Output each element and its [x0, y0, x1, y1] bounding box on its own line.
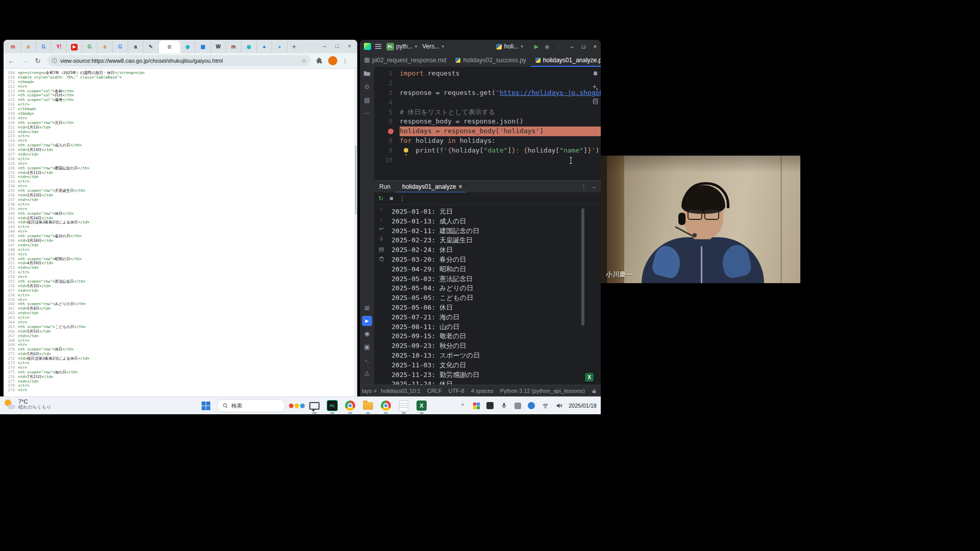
editor[interactable]: 1import requests23response = requests.ge… [374, 67, 601, 182]
python-packages-icon[interactable]: ▣ [360, 340, 374, 354]
project-selector[interactable]: PL pyth... ▾ [386, 43, 417, 51]
chrome-taskbar-icon-2[interactable] [379, 399, 393, 412]
tray-gray-app-icon[interactable] [513, 402, 522, 410]
notifications-bell-icon[interactable] [592, 70, 599, 77]
editor-tab[interactable]: holidays02_success.py [451, 53, 530, 67]
tab-mercari[interactable]: m [6, 41, 21, 53]
browser-scrollbar[interactable] [354, 69, 357, 396]
indent-style[interactable]: 4 spaces [471, 388, 494, 394]
vcs-widget[interactable]: Vers... ▾ [422, 43, 444, 50]
page-info-icon[interactable]: ⓘ [52, 57, 57, 65]
notepad-taskbar-icon[interactable] [397, 399, 410, 412]
more-tools-icon[interactable]: ⋯ [360, 107, 374, 120]
explorer-taskbar-icon[interactable] [361, 399, 375, 412]
run-button[interactable]: ▶ [534, 43, 538, 50]
tab-google-3[interactable]: G [113, 41, 128, 53]
display-app-icon[interactable] [308, 399, 321, 412]
line-number[interactable]: 2 [374, 79, 400, 88]
chrome-taskbar-icon[interactable] [344, 399, 357, 412]
excel-overlay-icon[interactable]: X [585, 373, 594, 382]
tab-yahoo-japan[interactable]: Y! [52, 41, 67, 53]
tab-amazon-2[interactable]: a [97, 41, 113, 53]
clock-date[interactable]: 2025/01/18 [569, 397, 597, 414]
stop-button[interactable]: ■ [389, 195, 393, 202]
file-encoding[interactable]: UTF-8 [448, 388, 464, 394]
line-number[interactable]: 5 [374, 108, 400, 117]
line-number[interactable]: 4 [374, 98, 400, 108]
tab-video-app[interactable]: ▶ [67, 41, 82, 53]
breadcrumb[interactable]: lays > holidays01_analyze.py [362, 388, 409, 394]
tab-editor[interactable]: ✎ [143, 41, 159, 53]
line-number[interactable]: 3 [374, 88, 400, 98]
browser-close-button[interactable]: × [348, 43, 351, 49]
inspection-ok-icon[interactable]: ✓ [582, 44, 587, 51]
excel-taskbar-icon[interactable]: X [415, 399, 428, 412]
more-actions-icon[interactable]: ⋮ [556, 43, 561, 50]
tab-compass-2[interactable]: ◉ [241, 41, 257, 53]
tab-blue-app-2[interactable]: ● [272, 41, 287, 53]
project-tool-icon[interactable] [360, 67, 374, 80]
new-tab-button[interactable]: + [288, 41, 300, 52]
tray-blue-app-icon[interactable] [527, 402, 536, 410]
breakpoint-dot[interactable] [388, 129, 394, 134]
volume-icon[interactable] [555, 402, 564, 410]
back-button[interactable]: ← [6, 57, 17, 65]
tab-google-2[interactable]: G [82, 41, 97, 53]
network-icon[interactable] [541, 402, 550, 410]
tab-m-dark[interactable]: m [226, 41, 241, 53]
caret-position[interactable]: 10:1 [409, 388, 420, 394]
tab-amazon-3[interactable]: a [128, 41, 143, 53]
debug-tool-icon[interactable]: ◉ [360, 327, 374, 340]
lock-icon[interactable] [592, 388, 597, 394]
run-process-tab[interactable]: holidays01_analyze × [396, 181, 466, 193]
rerun-button[interactable]: ↻ [378, 195, 383, 202]
ai-assistant-icon[interactable] [592, 84, 599, 91]
tray-colorful-app-icon[interactable] [472, 402, 481, 410]
breakpoint-gutter[interactable] [374, 127, 400, 136]
start-button[interactable] [199, 399, 212, 412]
line-number[interactable]: 6 [374, 117, 400, 127]
run-more-icon[interactable]: ⋮ [399, 195, 405, 202]
browser-menu-icon[interactable]: ⋮ [341, 57, 349, 65]
tab-grid-app[interactable]: ▦ [195, 41, 211, 53]
run-panel-hide-icon[interactable]: – [593, 184, 596, 190]
tab-google[interactable]: G [36, 41, 52, 53]
forward-button[interactable]: → [19, 57, 30, 65]
structure-tool-icon[interactable]: ▤ [360, 93, 374, 107]
browser-minimize-button[interactable]: – [323, 43, 326, 49]
tab-blue-app[interactable]: ● [257, 41, 272, 53]
browser-maximize-button[interactable]: □ [335, 43, 339, 49]
services-tool-icon[interactable]: ⊞ [360, 302, 374, 315]
profile-avatar[interactable] [328, 56, 337, 65]
pycharm-minimize-button[interactable]: – [571, 43, 574, 49]
run-panel-options-icon[interactable]: ⋮ [581, 184, 586, 190]
problems-tool-icon[interactable]: ⚠ [360, 367, 374, 380]
tab-wikipedia[interactable]: W [211, 41, 226, 53]
line-number[interactable]: 10 [374, 156, 400, 165]
view-source-content[interactable]: 209<p><strong>○令和7年（2025年）の国民の祝日・休日</str… [4, 69, 354, 396]
main-menu-icon[interactable] [375, 44, 381, 49]
line-separator[interactable]: CRLF [427, 388, 442, 394]
taskbar-search[interactable]: 検索 [217, 399, 285, 412]
bookmark-star-icon[interactable]: ☆ [301, 57, 307, 64]
tab-amazon[interactable]: a [21, 41, 36, 53]
editor-tab[interactable]: pi02_request_response.md [360, 53, 451, 67]
tab-compass[interactable]: ◉ [180, 41, 195, 53]
line-number[interactable]: 1 [374, 69, 400, 79]
run-tool-window-icon[interactable]: ▶ [362, 316, 372, 326]
line-number[interactable]: 9 [374, 146, 400, 156]
pycharm-close-button[interactable]: × [594, 43, 597, 49]
editor-tab[interactable]: holidays01_analyze.py× [531, 53, 601, 67]
weather-widget[interactable]: 7°C 晴れのちくもり [4, 398, 51, 410]
tab-view-source-active[interactable]: ≣ [159, 41, 180, 53]
console-scrollbar[interactable] [581, 208, 584, 371]
color-app-icon[interactable] [290, 399, 303, 412]
close-run-tab-icon[interactable]: × [458, 183, 462, 190]
microphone-icon[interactable] [500, 402, 508, 410]
python-console-icon[interactable]: >_ [360, 354, 374, 367]
reload-button[interactable]: ↻ [32, 57, 43, 65]
pycharm-taskbar-icon[interactable]: PC [326, 399, 339, 412]
debug-button[interactable]: ◉ [545, 43, 550, 50]
commit-tool-icon[interactable]: ⊙ [360, 80, 374, 93]
extensions-icon[interactable] [316, 57, 323, 64]
